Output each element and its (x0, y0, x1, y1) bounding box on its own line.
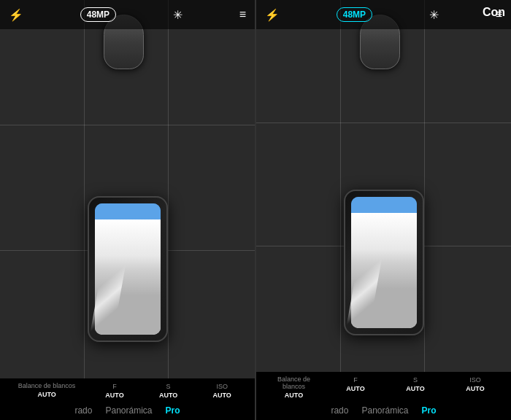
left-menu-icon[interactable]: ≡ (239, 8, 246, 21)
left-phone-object (88, 196, 168, 342)
left-flash-icon[interactable]: ⚡ (9, 8, 23, 22)
right-flash-icon[interactable]: ⚡ (265, 8, 280, 22)
left-f-label: F (112, 383, 117, 391)
right-s-label: S (413, 376, 418, 384)
left-setting-f: F AUTO (100, 383, 129, 399)
right-settings-icon[interactable]: ✳ (429, 8, 439, 22)
left-viewfinder: ⚡ 48MP ✳ ≡ (0, 0, 255, 378)
right-phone-object (344, 190, 424, 335)
left-settings-icon[interactable]: ✳ (173, 8, 182, 22)
con-label: Con (483, 6, 505, 19)
left-wb-value: AUTO (37, 391, 55, 398)
right-wb-label: Balance deblancos (277, 376, 310, 391)
right-mode-pro[interactable]: Pro (422, 405, 437, 416)
right-setting-s: S AUTO (401, 376, 430, 392)
main-container: ⚡ 48MP ✳ ≡ Balance de blancos AUTO F AUT… (0, 0, 511, 420)
right-mode-bar: rado Panorámica Pro (256, 402, 511, 420)
right-viewfinder: Con ⚡ 48MP ✳ ≡ (256, 0, 511, 372)
right-iso-value: AUTO (466, 385, 484, 392)
left-mode-panoramica[interactable]: Panorámica (105, 405, 152, 416)
right-s-value: AUTO (406, 385, 424, 392)
right-wb-value: AUTO (285, 392, 303, 399)
right-settings-bar: Balance deblancos AUTO F AUTO S AUTO ISO… (256, 372, 511, 402)
right-setting-wb: Balance deblancos AUTO (277, 376, 310, 399)
right-f-label: F (353, 376, 358, 384)
left-iso-label: ISO (216, 383, 228, 391)
right-camera-panel: Con ⚡ 48MP ✳ ≡ Balance deblancos AUTO F … (255, 0, 511, 420)
left-s-value: AUTO (159, 392, 177, 399)
left-setting-s: S AUTO (154, 383, 183, 399)
right-mp-badge[interactable]: 48MP (337, 7, 372, 22)
right-mode-panoramica[interactable]: Panorámica (361, 405, 408, 416)
left-toolbar: ⚡ 48MP ✳ ≡ (0, 0, 255, 29)
left-mode-rado[interactable]: rado (74, 405, 92, 416)
right-mode-rado[interactable]: rado (331, 405, 348, 416)
right-iso-label: ISO (469, 376, 481, 384)
left-settings-bar: Balance de blancos AUTO F AUTO S AUTO IS… (0, 378, 255, 402)
left-setting-wb: Balance de blancos AUTO (18, 383, 76, 398)
right-toolbar: ⚡ 48MP ✳ ≡ (256, 0, 511, 29)
left-s-label: S (166, 383, 171, 391)
right-setting-iso: ISO AUTO (461, 376, 490, 392)
left-setting-iso: ISO AUTO (207, 383, 237, 399)
left-mp-badge[interactable]: 48MP (80, 7, 116, 22)
left-mode-pro[interactable]: Pro (166, 405, 180, 416)
right-setting-f: F AUTO (341, 376, 370, 392)
left-mode-bar: rado Panorámica Pro (0, 402, 255, 420)
left-camera-panel: ⚡ 48MP ✳ ≡ Balance de blancos AUTO F AUT… (0, 0, 255, 420)
left-wb-label: Balance de blancos (18, 383, 76, 390)
right-f-value: AUTO (346, 385, 364, 392)
left-iso-value: AUTO (213, 392, 231, 399)
left-f-value: AUTO (105, 392, 123, 399)
